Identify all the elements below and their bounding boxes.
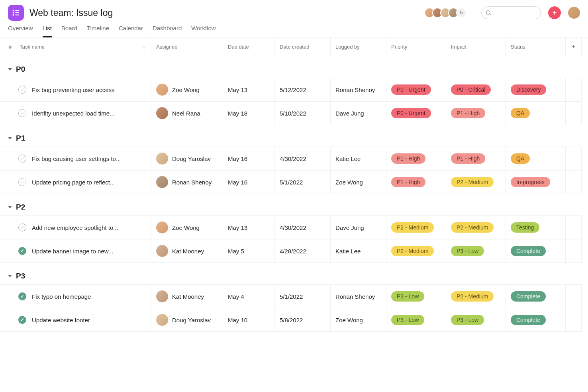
task-row[interactable]: Update pricing page to reflect... — [0, 170, 151, 194]
logged-by-cell[interactable]: Katie Lee — [331, 239, 386, 263]
pill[interactable]: QA — [511, 153, 530, 164]
assignee-cell[interactable]: Zoe Wong — [151, 216, 223, 239]
task-row[interactable]: Add new employee spotlight to... — [0, 216, 151, 239]
assignee-cell[interactable]: Zoe Wong — [151, 78, 223, 101]
section-header-p2[interactable]: P2 — [0, 194, 582, 216]
priority-cell[interactable]: P3 - Low — [386, 284, 446, 308]
due-date-cell[interactable]: May 4 — [223, 284, 275, 308]
status-cell[interactable]: Complete — [506, 284, 566, 308]
impact-cell[interactable]: P3 - Low — [446, 239, 506, 263]
status-cell[interactable]: Discovery — [506, 78, 566, 101]
section-header-p3[interactable]: P3 — [0, 263, 582, 284]
tab-board[interactable]: Board — [61, 25, 77, 37]
complete-checkbox[interactable] — [18, 223, 26, 231]
due-date-cell[interactable]: May 16 — [223, 147, 275, 170]
pill[interactable]: P2 - Medium — [391, 222, 434, 233]
impact-cell[interactable]: P2 - Medium — [446, 216, 506, 239]
status-cell[interactable]: Complete — [506, 308, 566, 332]
complete-checkbox[interactable] — [18, 316, 26, 324]
logged-by-cell[interactable]: Dave Jung — [331, 101, 386, 125]
column-status[interactable]: Status — [506, 37, 566, 56]
pill[interactable]: Complete — [511, 291, 546, 302]
add-column-button[interactable]: + — [566, 37, 582, 56]
column-due[interactable]: Due date — [223, 37, 275, 56]
column-task[interactable]: #Task name⌄ — [0, 37, 151, 56]
due-date-cell[interactable]: May 10 — [223, 308, 275, 332]
section-header-p0[interactable]: P0 — [0, 56, 582, 78]
pill[interactable]: Complete — [511, 315, 546, 325]
pill[interactable]: P3 - Low — [451, 246, 484, 256]
pill[interactable]: P1 - High — [451, 108, 485, 118]
search-box[interactable] — [481, 6, 541, 19]
due-date-cell[interactable]: May 13 — [223, 78, 275, 101]
status-cell[interactable]: QA — [506, 101, 566, 125]
assignee-cell[interactable]: Doug Yaroslav — [151, 147, 223, 170]
complete-checkbox[interactable] — [18, 155, 26, 163]
date-created-cell[interactable]: 4/30/2022 — [275, 147, 331, 170]
column-priority[interactable]: Priority — [386, 37, 446, 56]
pill[interactable]: P2 - Medium — [451, 291, 494, 302]
pill[interactable]: QA — [511, 108, 530, 118]
logged-by-cell[interactable]: Zoe Wong — [331, 170, 386, 194]
complete-checkbox[interactable] — [18, 178, 26, 186]
pill[interactable]: In-progress — [511, 177, 550, 187]
pill[interactable]: P0 - Urgent — [391, 108, 431, 118]
add-button[interactable] — [548, 6, 561, 19]
pill[interactable]: P3 - Low — [391, 315, 424, 325]
pill[interactable]: Complete — [511, 246, 546, 256]
column-assignee[interactable]: Assignee — [151, 37, 223, 56]
impact-cell[interactable]: P1 - High — [446, 147, 506, 170]
tab-overview[interactable]: Overview — [8, 25, 33, 37]
due-date-cell[interactable]: May 16 — [223, 170, 275, 194]
section-header-p1[interactable]: P1 — [0, 125, 582, 147]
tab-dashboard[interactable]: Dashboard — [153, 25, 182, 37]
task-row[interactable]: Update website footer — [0, 308, 151, 332]
pill[interactable]: P1 - High — [391, 177, 425, 187]
complete-checkbox[interactable] — [18, 292, 26, 300]
member-avatars[interactable]: 5 — [427, 8, 466, 18]
assignee-cell[interactable]: Kat Mooney — [151, 239, 223, 263]
assignee-cell[interactable]: Doug Yaroslav — [151, 308, 223, 332]
task-row[interactable]: Fix bug preventing user access — [0, 78, 151, 101]
due-date-cell[interactable]: May 13 — [223, 216, 275, 239]
impact-cell[interactable]: P3 - Low — [446, 308, 506, 332]
impact-cell[interactable]: P2 - Medium — [446, 170, 506, 194]
status-cell[interactable]: Testing — [506, 216, 566, 239]
task-row[interactable]: Idenfity unexpected load time... — [0, 101, 151, 125]
project-icon[interactable] — [8, 5, 24, 21]
priority-cell[interactable]: P0 - Urgent — [386, 78, 446, 101]
assignee-cell[interactable]: Neel Rana — [151, 101, 223, 125]
pill[interactable]: Discovery — [511, 84, 546, 95]
pill[interactable]: P0 - Urgent — [391, 84, 431, 95]
impact-cell[interactable]: P2 - Medium — [446, 284, 506, 308]
logged-by-cell[interactable]: Katie Lee — [331, 147, 386, 170]
pill[interactable]: P0 - Critical — [451, 84, 491, 95]
date-created-cell[interactable]: 5/8/2022 — [275, 308, 331, 332]
priority-cell[interactable]: P3 - Low — [386, 308, 446, 332]
column-created[interactable]: Date created — [275, 37, 331, 56]
priority-cell[interactable]: P1 - High — [386, 147, 446, 170]
pill[interactable]: P1 - High — [451, 153, 485, 164]
date-created-cell[interactable]: 5/12/2022 — [275, 78, 331, 101]
date-created-cell[interactable]: 4/30/2022 — [275, 216, 331, 239]
logged-by-cell[interactable]: Ronan Shenoy — [331, 78, 386, 101]
logged-by-cell[interactable]: Dave Jung — [331, 216, 386, 239]
impact-cell[interactable]: P0 - Critical — [446, 78, 506, 101]
logged-by-cell[interactable]: Zoe Wong — [331, 308, 386, 332]
complete-checkbox[interactable] — [18, 109, 26, 117]
date-created-cell[interactable]: 5/1/2022 — [275, 170, 331, 194]
date-created-cell[interactable]: 5/10/2022 — [275, 101, 331, 125]
task-row[interactable]: Update banner image to new... — [0, 239, 151, 263]
priority-cell[interactable]: P2 - Medium — [386, 239, 446, 263]
due-date-cell[interactable]: May 5 — [223, 239, 275, 263]
pill[interactable]: P2 - Medium — [451, 222, 494, 233]
task-row[interactable]: Fix bug causing user settings to... — [0, 147, 151, 170]
assignee-cell[interactable]: Kat Mooney — [151, 284, 223, 308]
column-logged[interactable]: Logged by — [331, 37, 386, 56]
status-cell[interactable]: Complete — [506, 239, 566, 263]
status-cell[interactable]: QA — [506, 147, 566, 170]
current-user-avatar[interactable] — [568, 7, 580, 19]
pill[interactable]: P1 - High — [391, 153, 425, 164]
tab-list[interactable]: List — [43, 25, 52, 37]
pill[interactable]: Testing — [511, 222, 539, 233]
